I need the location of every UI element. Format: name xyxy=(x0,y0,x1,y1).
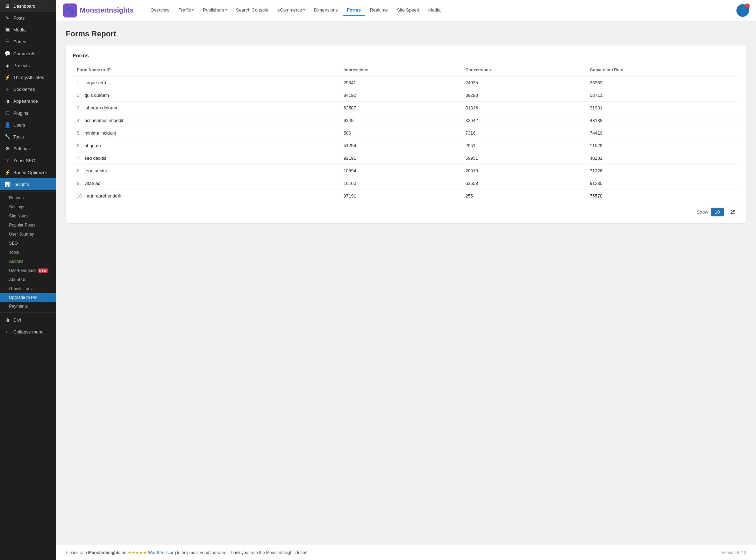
forms-card: Forms Form Name or ID Impressions Conver… xyxy=(66,45,746,223)
cell-conversion-rate: 91230 xyxy=(586,177,739,190)
cookieyes-icon: ○ xyxy=(4,86,10,92)
traffic-arrow: ▾ xyxy=(192,8,194,12)
sidebar-divider-2 xyxy=(0,312,56,313)
sidebar-sub-item-popular-posts[interactable]: Popular Posts xyxy=(0,221,56,230)
sidebar-item-speedoptimizer[interactable]: ⚡ Speed Optimizer xyxy=(0,166,56,178)
sidebar-item-projects[interactable]: ◈ Projects xyxy=(0,59,56,71)
cell-impressions: 9249 xyxy=(339,114,461,127)
wordpress-link[interactable]: WordPress.org xyxy=(148,550,176,555)
collapse-icon: ← xyxy=(4,329,10,335)
logo-text: MonsterInsights xyxy=(80,6,134,14)
sidebar-sub-item-tools[interactable]: Tools xyxy=(0,248,56,257)
projects-icon: ◈ xyxy=(4,63,10,68)
cell-impressions: 84192 xyxy=(339,89,461,102)
sidebar-sub-item-growth-tools[interactable]: Growth Tools xyxy=(0,284,56,293)
tab-realtime[interactable]: Realtime xyxy=(366,5,392,16)
sidebar-item-appearance[interactable]: ◑ Appearance xyxy=(0,95,56,107)
show-25-button[interactable]: 25 xyxy=(727,208,739,216)
logo: 🐾 MonsterInsights xyxy=(63,3,134,17)
sidebar-item-cookieyes[interactable]: ○ CookieYes xyxy=(0,83,56,95)
cell-conversion-rate: 11029 xyxy=(586,139,739,152)
sidebar-sub-item-payments[interactable]: Payments xyxy=(0,302,56,311)
page-content: Forms Report Forms Form Name or ID Impre… xyxy=(56,21,756,545)
sidebar-item-dashboard[interactable]: ⊞ Dashboard xyxy=(0,0,56,12)
sidebar-item-label: Media xyxy=(13,27,26,33)
cell-conversions: 31316 xyxy=(461,102,586,114)
sidebar-item-posts[interactable]: ✎ Posts xyxy=(0,12,56,24)
sidebar-sub-item-about-us[interactable]: About Us xyxy=(0,275,56,284)
cell-conversions: 24935 xyxy=(461,76,586,89)
sidebar-item-pages[interactable]: ☰ Pages xyxy=(0,36,56,48)
row-number: 4. xyxy=(77,118,80,123)
speedoptimizer-icon: ⚡ xyxy=(4,170,10,175)
sidebar-sub-item-site-notes[interactable]: Site Notes xyxy=(0,211,56,221)
cell-name: 7. sed debitis xyxy=(73,152,339,165)
cell-conversion-rate: 58711 xyxy=(586,89,739,102)
tab-site-speed[interactable]: Site Speed xyxy=(393,5,423,16)
sidebar-item-label: Settings xyxy=(13,146,30,151)
footer-stars: ★★★★★ xyxy=(128,550,147,555)
ecommerce-arrow: ▾ xyxy=(303,8,305,12)
sidebar-item-label: Speed Optimizer xyxy=(13,170,47,175)
logo-icon: 🐾 xyxy=(63,3,77,17)
table-row: 6. at quam 51254 2951 11029 xyxy=(73,139,739,152)
sidebar-sub-item-user-journey[interactable]: User Journey xyxy=(0,230,56,239)
sidebar-item-settings[interactable]: ⚙ Settings xyxy=(0,143,56,155)
tab-dimensions[interactable]: Dimensions xyxy=(310,5,342,16)
main-area: 🐾 MonsterInsights Overview Traffic ▾ Pub… xyxy=(56,0,756,560)
sidebar-item-comments[interactable]: 💬 Comments xyxy=(0,48,56,59)
sidebar-sub-item-userfeedback[interactable]: UserFeedback NEW xyxy=(0,266,56,275)
form-name: quis quidem xyxy=(85,93,109,98)
tab-forms[interactable]: Forms xyxy=(343,5,365,16)
table-row: 3. laborum dolorem 62587 31316 31931 xyxy=(73,102,739,114)
cell-impressions: 92191 xyxy=(339,152,461,165)
topbar-right: 👤 0 xyxy=(736,4,749,17)
table-footer: Show 10 25 xyxy=(73,208,739,216)
sidebar-item-plugins[interactable]: ⬡ Plugins xyxy=(0,107,56,119)
card-title: Forms xyxy=(73,52,739,58)
tab-ecommerce[interactable]: eCommerce ▾ xyxy=(273,5,309,16)
table-row: 4. accusamus impedit 9249 32642 48138 xyxy=(73,114,739,127)
cell-conversions: 89298 xyxy=(461,89,586,102)
sidebar-item-users[interactable]: 👤 Users xyxy=(0,119,56,131)
form-name: tenetur sint xyxy=(85,168,107,173)
avatar-button[interactable]: 👤 0 xyxy=(736,4,749,17)
tab-search-console[interactable]: Search Console xyxy=(232,5,273,16)
sidebar-item-label: Users xyxy=(13,122,25,128)
cell-impressions: 51254 xyxy=(339,139,461,152)
version-label: Version 6.4.3 xyxy=(722,550,746,555)
cell-name: 3. laborum dolorem xyxy=(73,102,339,114)
cell-name: 2. quis quidem xyxy=(73,89,339,102)
sidebar-item-media[interactable]: ▣ Media xyxy=(0,24,56,36)
cell-conversion-rate: 40281 xyxy=(586,152,739,165)
table-row: 1. itaque rem 29341 24935 36363 xyxy=(73,76,739,89)
appearance-icon: ◑ xyxy=(4,98,10,104)
form-name: accusamus impedit xyxy=(85,118,123,123)
tab-overview[interactable]: Overview xyxy=(146,5,173,16)
table-row: 5. minima incidunt 506 7316 74419 xyxy=(73,127,739,139)
sidebar-sub-item-reports[interactable]: Reports xyxy=(0,193,56,202)
sidebar-item-divi[interactable]: ◑ Divi xyxy=(0,314,56,326)
sidebar-item-insights[interactable]: 📊 Insights xyxy=(0,178,56,190)
cell-conversion-rate: 74419 xyxy=(586,127,739,139)
sidebar-sub-item-settings[interactable]: Settings xyxy=(0,202,56,211)
sidebar-item-tools[interactable]: 🔧 Tools xyxy=(0,131,56,143)
tab-media[interactable]: Media xyxy=(424,5,445,16)
cell-name: 6. at quam xyxy=(73,139,339,152)
sidebar-sub-item-addons[interactable]: Addons xyxy=(0,257,56,266)
tab-traffic[interactable]: Traffic ▾ xyxy=(174,5,198,16)
cell-name: 1. itaque rem xyxy=(73,76,339,89)
table-header: Form Name or ID Impressions Conversions … xyxy=(73,64,739,76)
cell-name: 9. vitae ad xyxy=(73,177,339,190)
sidebar-sub-item-seo[interactable]: SEO xyxy=(0,239,56,248)
cell-conversion-rate: 48138 xyxy=(586,114,739,127)
publishers-arrow: ▾ xyxy=(225,8,227,12)
sidebar-collapse-menu[interactable]: ← Collapse menu xyxy=(0,326,56,338)
sidebar-item-thirstyaffiliates[interactable]: ⚡ ThirstyAffiliates xyxy=(0,71,56,83)
show-10-button[interactable]: 10 xyxy=(711,208,723,216)
sidebar-sub-item-upgrade[interactable]: Upgrade to Pro xyxy=(0,293,56,302)
col-header-conversion-rate: Conversion Rate xyxy=(586,64,739,76)
tab-publishers[interactable]: Publishers ▾ xyxy=(199,5,231,16)
cell-name: 10. aut reprehenderit xyxy=(73,190,339,202)
sidebar-item-yoastseo[interactable]: Y Yoast SEO xyxy=(0,155,56,166)
